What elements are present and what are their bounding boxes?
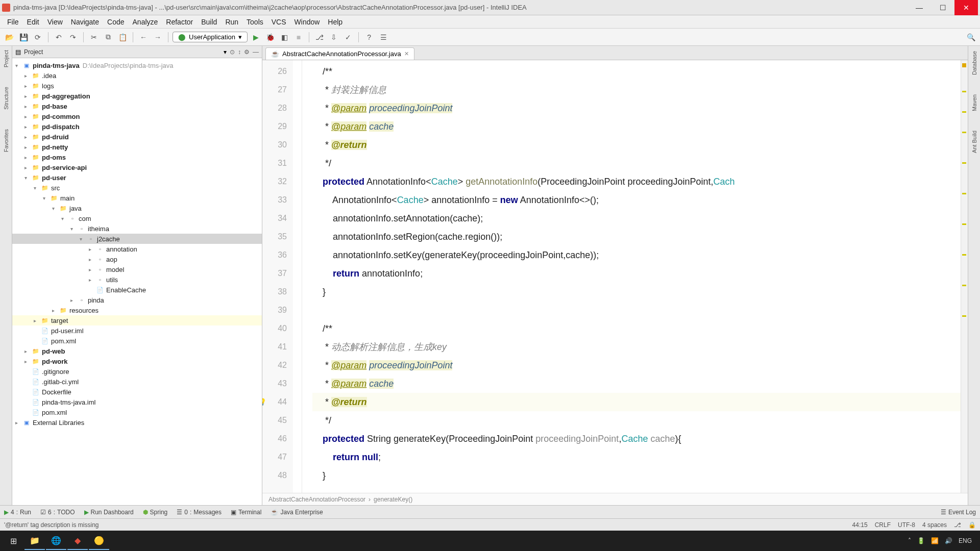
tree-item-j2cache[interactable]: ▾▫j2cache [12,234,262,244]
file-explorer-icon[interactable]: 📁 [24,532,45,550]
tree-item-pd-service-api[interactable]: ▸📁pd-service-api [12,162,262,172]
tree-item-pd-base[interactable]: ▸📁pd-base [12,101,262,111]
editor-tab[interactable]: ☕ AbstractCacheAnnotationProcessor.java … [265,47,414,60]
tree-item-pd-netty[interactable]: ▸📁pd-netty [12,142,262,152]
run-dashboard-tool[interactable]: ▶Run Dashboard [84,509,134,516]
tree-item-pom-xml[interactable]: 📄pom.xml [12,407,262,417]
run-button[interactable]: ▶ [250,31,262,43]
fold-column[interactable] [293,60,302,493]
tree-item-resources[interactable]: ▸📁resources [12,305,262,315]
help-icon[interactable]: ? [363,31,375,43]
git-branch-icon[interactable]: ⎇ [954,521,961,529]
tree-item-target[interactable]: ▸📁target [12,315,262,325]
terminal-tool[interactable]: ▣Terminal [231,509,261,516]
line-sep[interactable]: CRLF [875,521,891,529]
menu-navigate[interactable]: Navigate [67,17,103,27]
menu-build[interactable]: Build [197,17,221,27]
copy-icon[interactable]: ⧉ [102,31,114,43]
volume-icon[interactable]: 🔊 [945,537,952,544]
menu-file[interactable]: File [3,17,23,27]
tree-item-pd-web[interactable]: ▸📁pd-web [12,346,262,356]
rail-database[interactable]: Database [971,49,977,77]
close-button[interactable]: ✕ [954,0,978,15]
tree-item-pinda-tms-java[interactable]: ▾▣pinda-tms-javaD:\IdeaProjects\pinda-tm… [12,60,262,70]
coverage-icon[interactable]: ◧ [278,31,290,43]
start-button[interactable]: ⊞ [3,532,23,550]
menu-window[interactable]: Window [290,17,324,27]
tree-item-enablecache[interactable]: 📄EnableCache [12,285,262,295]
tree-item-pd-oms[interactable]: ▸📁pd-oms [12,152,262,162]
tray-chevron-icon[interactable]: ˄ [908,537,911,544]
project-tree[interactable]: ▾▣pinda-tms-javaD:\IdeaProjects\pinda-tm… [12,58,262,430]
encoding[interactable]: UTF-8 [898,521,915,529]
tree-item-pd-work[interactable]: ▸📁pd-work [12,356,262,366]
spring-tool[interactable]: ⬢Spring [143,509,168,516]
stop-button[interactable]: ■ [292,31,305,43]
tree-item--gitignore[interactable]: 📄.gitignore [12,366,262,377]
forward-icon[interactable]: → [152,31,164,43]
breadcrumb-item[interactable]: generateKey() [374,496,412,503]
redo-icon[interactable]: ↷ [67,31,79,43]
rail-maven[interactable]: Maven [971,92,977,113]
tree-item--gitlab-ci-yml[interactable]: 📄.gitlab-ci.yml [12,377,262,387]
cut-icon[interactable]: ✂ [88,31,100,43]
battery-icon[interactable]: 🔋 [917,537,925,544]
menu-refactor[interactable]: Refactor [162,17,197,27]
tree-item-annotation[interactable]: ▸▫annotation [12,244,262,254]
collapse-icon[interactable]: ↕ [238,48,241,56]
menu-tools[interactable]: Tools [242,17,267,27]
tree-item-pd-druid[interactable]: ▸📁pd-druid [12,132,262,142]
rail-ant-build[interactable]: Ant Build [971,129,977,155]
tree-item-pom-xml[interactable]: 📄pom.xml [12,336,262,346]
minimize-button[interactable]: — [908,0,931,15]
rail-structure[interactable]: Structure [3,85,9,112]
error-stripe[interactable] [961,60,968,493]
tree-item-model[interactable]: ▸▫model [12,264,262,274]
commit-icon[interactable]: ✓ [342,31,354,43]
tree-item-logs[interactable]: ▸📁logs [12,81,262,91]
tree-item-utils[interactable]: ▸▫utils [12,274,262,285]
back-icon[interactable]: ← [137,31,150,43]
run-tool[interactable]: ▶4:Run [4,509,31,516]
open-icon[interactable]: 📂 [3,31,15,43]
wifi-icon[interactable]: 📶 [931,537,939,544]
breadcrumb-item[interactable]: AbstractCacheAnnotationProcessor [268,496,365,503]
vcs-icon[interactable]: ⎇ [313,31,326,43]
menu-help[interactable]: Help [324,17,347,27]
menu-vcs[interactable]: VCS [267,17,290,27]
paste-icon[interactable]: 📋 [116,31,129,43]
tree-item-pd-user[interactable]: ▾📁pd-user [12,172,262,183]
maximize-button[interactable]: ☐ [931,0,954,15]
tree-item--idea[interactable]: ▸📁.idea [12,70,262,81]
tree-item-external-libraries[interactable]: ▸▣External Libraries [12,417,262,428]
locate-icon[interactable]: ⊙ [230,48,235,56]
menu-analyze[interactable]: Analyze [129,17,162,27]
tree-item-aop[interactable]: ▸▫aop [12,254,262,264]
search-everywhere-icon[interactable]: 🔍 [965,31,977,43]
tree-item-pd-aggregation[interactable]: ▸📁pd-aggregation [12,91,262,101]
tree-item-com[interactable]: ▾▫com [12,213,262,223]
menu-view[interactable]: View [43,17,67,27]
gear-icon[interactable]: ⚙ [244,48,250,56]
tree-item-java[interactable]: ▾📁java [12,203,262,213]
intellij-icon[interactable]: ◆ [67,532,88,550]
structure-icon[interactable]: ☰ [377,31,389,43]
rail-project[interactable]: Project [3,48,9,69]
input-lang[interactable]: ENG [959,537,972,544]
tree-item-main[interactable]: ▾📁main [12,193,262,203]
tree-item-pd-dispatch[interactable]: ▸📁pd-dispatch [12,121,262,132]
cursor-pos[interactable]: 44:15 [852,521,868,529]
run-config-selector[interactable]: ⬤ UserApplication ▾ [173,32,248,42]
chrome-icon[interactable]: 🟡 [89,532,109,550]
tree-item-pinda-tms-java-iml[interactable]: 📄pinda-tms-java.iml [12,397,262,407]
todo-tool[interactable]: ☑6:TODO [40,509,75,516]
indent[interactable]: 4 spaces [922,521,947,529]
menu-edit[interactable]: Edit [23,17,43,27]
tree-item-pd-common[interactable]: ▸📁pd-common [12,111,262,121]
menu-run[interactable]: Run [221,17,242,27]
save-icon[interactable]: 💾 [17,31,30,43]
tree-item-pinda[interactable]: ▸▫pinda [12,295,262,305]
chevron-down-icon[interactable]: ▾ [224,48,227,56]
menu-code[interactable]: Code [103,17,128,27]
rail-favorites[interactable]: Favorites [3,127,9,154]
